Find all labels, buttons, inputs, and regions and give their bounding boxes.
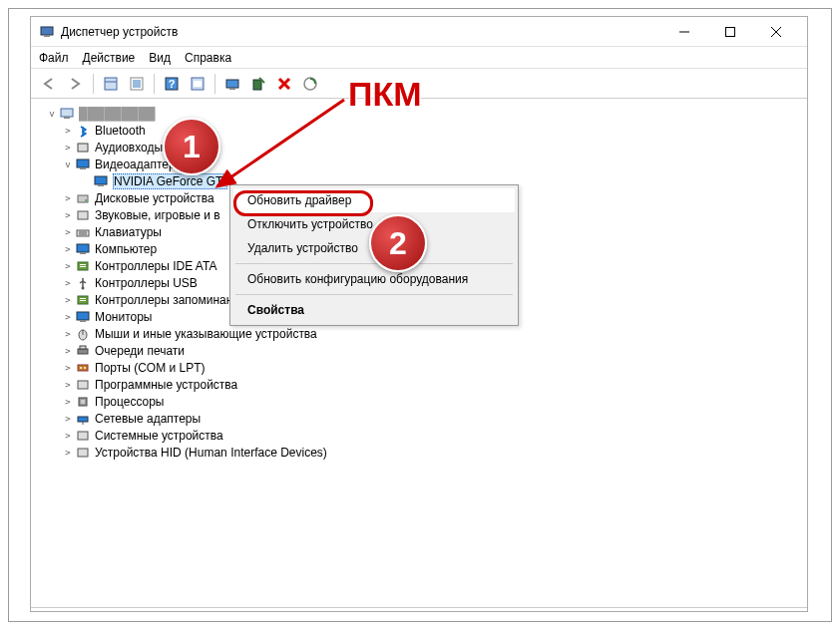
svg-rect-26: [98, 184, 104, 186]
svg-rect-30: [77, 230, 89, 236]
tree-item[interactable]: >Мыши и иные указывающие устройства: [35, 325, 803, 342]
svg-text:?: ?: [169, 78, 176, 90]
tree-item[interactable]: >Системные устройства: [35, 427, 803, 444]
expand-icon[interactable]: >: [61, 143, 75, 153]
svg-rect-42: [77, 312, 89, 320]
expand-icon[interactable]: >: [61, 193, 75, 203]
context-menu-item[interactable]: Отключить устройство: [233, 212, 515, 236]
svg-rect-3: [726, 27, 735, 36]
svg-rect-23: [77, 159, 89, 167]
svg-rect-29: [78, 211, 88, 219]
svg-rect-6: [105, 78, 117, 90]
tree-item[interactable]: >Программные устройства: [35, 376, 803, 393]
svg-rect-1: [44, 35, 50, 37]
toolbar-refresh-button[interactable]: [126, 73, 148, 95]
svg-rect-46: [78, 349, 88, 354]
menu-file[interactable]: Файл: [39, 51, 69, 65]
svg-rect-40: [80, 298, 86, 299]
tree-item-label: Компьютер: [95, 242, 157, 256]
expand-icon[interactable]: >: [61, 295, 75, 305]
svg-rect-54: [78, 417, 88, 422]
menu-view[interactable]: Вид: [149, 51, 171, 65]
expand-icon[interactable]: >: [61, 329, 75, 339]
expand-icon[interactable]: >: [61, 414, 75, 424]
tree-item[interactable]: >Аудиовходы: [35, 139, 803, 156]
expand-icon[interactable]: >: [61, 448, 75, 458]
expand-icon[interactable]: >: [61, 261, 75, 271]
tree-item-label: Процессоры: [95, 395, 165, 409]
toolbar-help-button[interactable]: ?: [161, 73, 183, 95]
tree-item[interactable]: >Bluetooth: [35, 122, 803, 139]
svg-rect-16: [253, 80, 261, 90]
svg-rect-43: [80, 320, 86, 322]
svg-rect-13: [194, 81, 202, 87]
tree-item-label: Мониторы: [95, 310, 152, 324]
minimize-button[interactable]: [661, 17, 707, 47]
expand-icon[interactable]: >: [61, 278, 75, 288]
tree-item-label: Bluetooth: [95, 124, 146, 138]
tree-item[interactable]: >Сетевые адаптеры: [35, 410, 803, 427]
sound-icon: [75, 207, 91, 223]
tree-root[interactable]: v █████████: [35, 105, 803, 122]
svg-point-50: [84, 367, 86, 369]
collapse-icon[interactable]: v: [45, 109, 59, 119]
nav-back-button[interactable]: [39, 73, 61, 95]
tree-item[interactable]: >Устройства HID (Human Interface Devices…: [35, 444, 803, 461]
tree-item-label: Устройства HID (Human Interface Devices): [95, 446, 327, 460]
expand-icon[interactable]: >: [61, 244, 75, 254]
tree-item-label: NVIDIA GeForce GT: [113, 173, 227, 189]
titlebar: Диспетчер устройств: [31, 17, 807, 47]
context-menu-item[interactable]: Удалить устройство: [233, 236, 515, 260]
tree-item-label: Мыши и иные указывающие устройства: [95, 327, 317, 341]
expand-icon[interactable]: >: [61, 380, 75, 390]
tree-item[interactable]: >Процессоры: [35, 393, 803, 410]
device-tree[interactable]: v █████████ >Bluetooth>АудиовходыvВидеоа…: [31, 99, 807, 607]
menubar: Файл Действие Вид Справка: [31, 47, 807, 69]
tree-item-label: Системные устройства: [95, 429, 223, 443]
tree-item[interactable]: >Порты (COM и LPT): [35, 359, 803, 376]
expand-icon[interactable]: >: [61, 397, 75, 407]
svg-point-49: [80, 367, 82, 369]
toolbar-scan-button[interactable]: [299, 73, 321, 95]
nav-forward-button[interactable]: [65, 73, 87, 95]
expand-icon[interactable]: >: [61, 363, 75, 373]
toolbar-properties-button[interactable]: [100, 73, 122, 95]
tree-item[interactable]: vВидеоадаптеры: [35, 156, 803, 172]
maximize-button[interactable]: [707, 17, 753, 47]
toolbar-update-driver-button[interactable]: [221, 73, 243, 95]
toolbar-uninstall-button[interactable]: [247, 73, 269, 95]
collapse-icon[interactable]: v: [61, 159, 75, 169]
computer-icon: [75, 241, 91, 257]
toolbar-show-hidden-button[interactable]: [187, 73, 209, 95]
hid-icon: [75, 445, 91, 461]
svg-rect-36: [80, 264, 86, 265]
svg-rect-21: [64, 117, 70, 119]
disk-icon: [75, 190, 91, 206]
expand-icon[interactable]: >: [61, 210, 75, 220]
cpu-icon: [75, 394, 91, 410]
mouse-icon: [75, 326, 91, 342]
software-icon: [75, 377, 91, 393]
expand-icon[interactable]: >: [61, 346, 75, 356]
root-label: █████████: [79, 107, 156, 121]
menu-action[interactable]: Действие: [83, 51, 136, 65]
expand-icon[interactable]: >: [61, 431, 75, 441]
expand-icon[interactable]: >: [61, 312, 75, 322]
menu-separator: [235, 263, 513, 264]
svg-rect-53: [81, 400, 85, 404]
svg-rect-57: [78, 449, 88, 457]
toolbar-delete-button[interactable]: [273, 73, 295, 95]
svg-rect-33: [77, 244, 89, 252]
tree-item-label: Видеоадаптеры: [95, 158, 184, 171]
expand-icon[interactable]: >: [61, 227, 75, 237]
context-menu-item[interactable]: Обновить драйвер: [233, 188, 515, 212]
keyboard-icon: [75, 224, 91, 240]
context-menu-item[interactable]: Обновить конфигурацию оборудования: [233, 267, 515, 291]
network-icon: [75, 411, 91, 427]
tree-item-label: Контроллеры IDE ATA: [95, 259, 216, 273]
tree-item[interactable]: >Очереди печати: [35, 342, 803, 359]
expand-icon[interactable]: >: [61, 126, 75, 136]
close-button[interactable]: [753, 17, 799, 47]
menu-help[interactable]: Справка: [185, 51, 231, 65]
context-menu-item[interactable]: Свойства: [233, 298, 515, 322]
